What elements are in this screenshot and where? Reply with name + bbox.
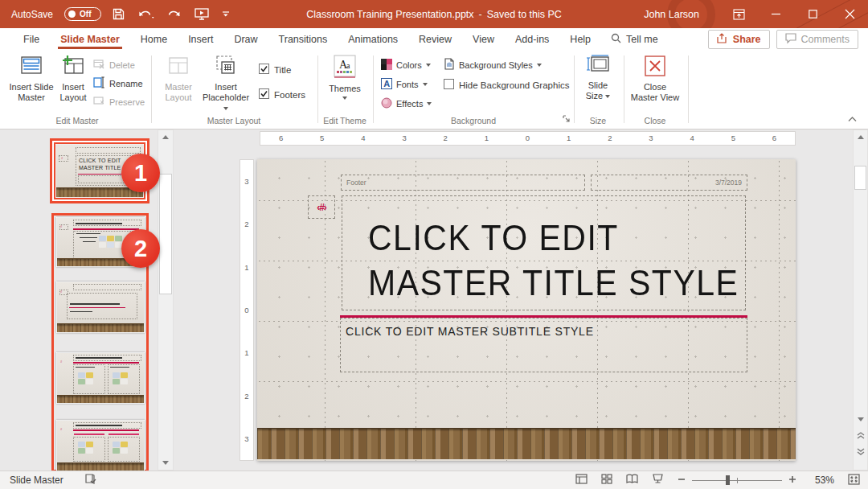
tab-slide-master[interactable]: Slide Master (50, 28, 130, 51)
maximize-button[interactable] (794, 0, 831, 28)
insert-placeholder-button[interactable]: Insert Placeholder (201, 55, 251, 113)
tab-home[interactable]: Home (130, 28, 178, 51)
zoom-out-button[interactable] (678, 475, 686, 486)
insert-slide-master-button[interactable]: Insert Slide Master (8, 55, 55, 103)
edit-theme-group-label: Edit Theme (320, 116, 370, 125)
next-slide-button[interactable] (854, 446, 866, 458)
footer-placeholder[interactable]: Footer (341, 175, 585, 191)
slide-number-placeholder[interactable]: ‹#› (308, 195, 335, 219)
master-title-placeholder[interactable]: CLICK TO EDIT MASTER TITLE STYLE (342, 195, 746, 310)
tab-animations[interactable]: Animations (338, 28, 408, 51)
scroll-up-button[interactable] (854, 131, 866, 143)
scrollbar-thumb[interactable] (159, 174, 172, 294)
close-master-view-label: Close Master View (631, 82, 679, 103)
insert-placeholder-text: Insert Placeholder (203, 82, 249, 102)
fonts-menu-button[interactable]: A Fonts (381, 77, 432, 91)
delete-label: Delete (109, 60, 135, 70)
mini-title-line1: CLICK TO EDIT (79, 158, 121, 164)
spell-check-icon[interactable] (84, 473, 96, 487)
fit-slide-to-window-button[interactable] (848, 474, 860, 487)
tab-review[interactable]: Review (408, 28, 462, 51)
master-subtitle-text: CLICK TO EDIT MASTER SUBTITLE STYLE (346, 325, 594, 338)
zoom-slider-thumb[interactable] (726, 475, 730, 485)
save-icon[interactable] (113, 8, 125, 20)
layout-thumbnail-title-slide[interactable]: # (56, 281, 145, 333)
view-status-label[interactable]: Slide Master (10, 475, 63, 486)
tab-help[interactable]: Help (559, 28, 601, 51)
layout-thumbnail-comparison[interactable]: # (56, 420, 145, 471)
autosave-state: Off (80, 10, 91, 18)
date-text: 3/7/2019 (715, 179, 742, 187)
colors-menu-button[interactable]: Colors (381, 58, 432, 72)
background-styles-menu-button[interactable]: Background Styles (444, 58, 569, 72)
effects-label: Effects (396, 99, 423, 109)
close-button[interactable] (831, 0, 868, 28)
vertical-ruler[interactable]: 3210123 (240, 159, 254, 461)
redo-button[interactable] (168, 8, 182, 20)
tab-view[interactable]: View (462, 28, 505, 51)
background-dialog-launcher-icon[interactable] (563, 115, 571, 125)
zoom-level-label[interactable]: 53% (810, 475, 834, 486)
callout-2-number: 2 (134, 236, 147, 262)
start-slideshow-icon[interactable] (194, 8, 209, 20)
master-layout-label: Master Layout (165, 82, 192, 103)
date-placeholder[interactable]: 3/7/2019 (591, 175, 747, 191)
previous-slide-button[interactable] (854, 429, 866, 442)
slide-size-button[interactable]: Slide Size (580, 55, 616, 101)
user-name[interactable]: John Larson (644, 9, 699, 20)
collapse-ribbon-icon[interactable] (848, 114, 857, 124)
preserve-button: Preserve (93, 95, 145, 109)
ribbon-display-options-button[interactable] (720, 0, 757, 28)
tab-file[interactable]: File (13, 28, 50, 51)
tell-me-box[interactable]: Tell me (601, 33, 668, 46)
search-icon (611, 33, 621, 46)
slide-sorter-view-button[interactable] (601, 474, 612, 487)
scroll-down-button[interactable] (854, 413, 866, 425)
chevron-down-icon (342, 97, 347, 100)
tab-draw[interactable]: Draw (223, 28, 268, 51)
slide-area-scrollbar[interactable] (853, 129, 868, 471)
scrollbar-thumb[interactable] (854, 166, 866, 190)
undo-button[interactable] (137, 8, 155, 20)
scroll-down-button[interactable] (159, 457, 172, 469)
effects-icon (381, 97, 392, 110)
group-divider (624, 55, 624, 123)
rename-button[interactable]: Rename (93, 76, 145, 90)
zoom-in-button[interactable] (788, 475, 796, 486)
autosave-toggle[interactable]: Off (64, 7, 101, 21)
tab-insert[interactable]: Insert (178, 28, 223, 51)
insert-layout-button[interactable]: Insert Layout (56, 55, 90, 103)
delete-icon (93, 59, 105, 71)
hide-background-graphics-checkbox[interactable]: Hide Background Graphics (444, 79, 569, 91)
thumbnail-panel-scrollbar[interactable] (158, 129, 174, 471)
insert-layout-label: Insert Layout (59, 82, 86, 103)
slide-editing-canvas[interactable]: Footer 3/7/2019 ‹#› CLICK TO EDIT MASTER… (257, 159, 796, 461)
customize-quick-access-toolbar-icon[interactable] (222, 10, 230, 18)
close-master-view-button[interactable]: Close Master View (630, 55, 680, 103)
zoom-slider[interactable] (692, 475, 782, 486)
scroll-up-button[interactable] (159, 131, 172, 143)
master-subtitle-placeholder[interactable]: CLICK TO EDIT MASTER SUBTITLE STYLE (340, 318, 747, 372)
group-divider (688, 55, 689, 123)
colors-label: Colors (396, 60, 422, 70)
tab-add-ins[interactable]: Add-ins (505, 28, 559, 51)
workspace: # CLICK TO EDIT MASTER TITLE STYLE # (0, 129, 868, 471)
background-styles-label: Background Styles (459, 60, 533, 70)
normal-view-button[interactable] (575, 474, 588, 487)
tab-transitions[interactable]: Transitions (268, 28, 338, 51)
rename-icon (93, 77, 105, 89)
title-checkbox[interactable]: Title (259, 64, 305, 76)
wood-floor-graphic (257, 428, 796, 459)
reading-view-button[interactable] (626, 474, 638, 487)
comments-button[interactable]: Comments (776, 30, 858, 49)
slideshow-view-button[interactable] (652, 474, 664, 487)
comments-label: Comments (801, 34, 850, 45)
titlebar-decoration (321, 14, 530, 14)
minimize-button[interactable] (757, 0, 794, 28)
themes-button[interactable]: Aa Themes (324, 55, 366, 100)
share-button[interactable]: Share (708, 30, 770, 49)
horizontal-ruler[interactable]: 6543210123456 (260, 131, 796, 146)
effects-menu-button[interactable]: Effects (381, 97, 432, 110)
layout-thumbnail-two-content[interactable]: # (56, 352, 145, 404)
footers-checkbox[interactable]: Footers (259, 88, 305, 101)
